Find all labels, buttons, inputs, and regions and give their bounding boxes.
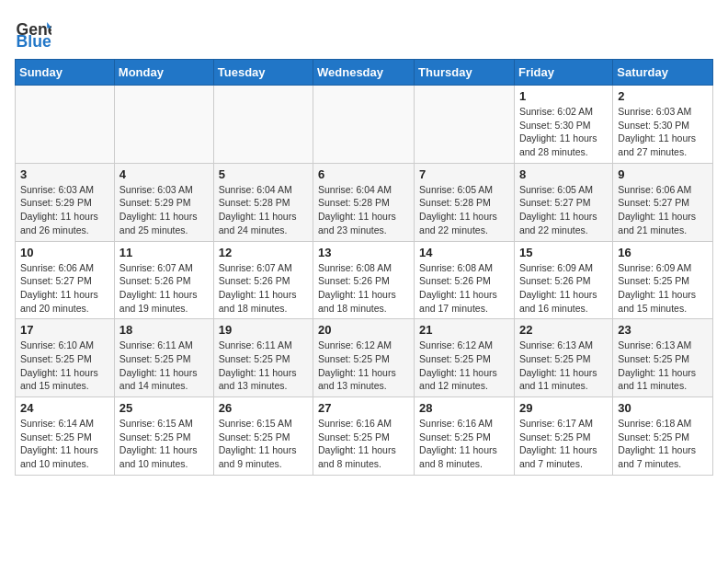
day-info: Sunrise: 6:02 AMSunset: 5:30 PMDaylight:… (519, 105, 608, 159)
calendar-cell: 4Sunrise: 6:03 AMSunset: 5:29 PMDaylight… (114, 163, 213, 241)
calendar-cell: 17Sunrise: 6:10 AMSunset: 5:25 PMDayligh… (16, 319, 115, 397)
calendar-week-1: 1Sunrise: 6:02 AMSunset: 5:30 PMDaylight… (16, 86, 713, 164)
day-info: Sunrise: 6:15 AMSunset: 5:25 PMDaylight:… (219, 417, 308, 471)
svg-text:Blue: Blue (17, 32, 51, 51)
calendar-cell: 30Sunrise: 6:18 AMSunset: 5:25 PMDayligh… (613, 397, 713, 476)
day-number: 2 (618, 89, 708, 103)
calendar-cell: 7Sunrise: 6:05 AMSunset: 5:28 PMDaylight… (415, 163, 515, 241)
calendar-week-4: 17Sunrise: 6:10 AMSunset: 5:25 PMDayligh… (16, 319, 713, 397)
calendar-cell: 19Sunrise: 6:11 AMSunset: 5:25 PMDayligh… (213, 319, 313, 397)
day-number: 5 (219, 167, 308, 181)
calendar-cell: 13Sunrise: 6:08 AMSunset: 5:26 PMDayligh… (313, 241, 415, 319)
day-number: 16 (618, 246, 708, 259)
day-info: Sunrise: 6:08 AMSunset: 5:26 PMDaylight:… (318, 261, 409, 316)
calendar-cell: 10Sunrise: 6:06 AMSunset: 5:27 PMDayligh… (16, 241, 115, 319)
calendar-cell: 14Sunrise: 6:08 AMSunset: 5:26 PMDayligh… (415, 241, 515, 319)
calendar-cell: 12Sunrise: 6:07 AMSunset: 5:26 PMDayligh… (213, 241, 313, 319)
calendar-cell: 18Sunrise: 6:11 AMSunset: 5:25 PMDayligh… (114, 319, 213, 397)
day-number: 8 (519, 167, 608, 181)
calendar-cell: 20Sunrise: 6:12 AMSunset: 5:25 PMDayligh… (313, 319, 415, 397)
calendar-cell: 28Sunrise: 6:16 AMSunset: 5:25 PMDayligh… (415, 397, 515, 476)
day-info: Sunrise: 6:10 AMSunset: 5:25 PMDaylight:… (20, 339, 109, 393)
weekday-header-friday: Friday (514, 60, 612, 86)
day-number: 6 (318, 167, 409, 181)
day-info: Sunrise: 6:13 AMSunset: 5:25 PMDaylight:… (618, 339, 708, 393)
day-info: Sunrise: 6:11 AMSunset: 5:25 PMDaylight:… (219, 339, 308, 393)
calendar-header: SundayMondayTuesdayWednesdayThursdayFrid… (16, 60, 713, 86)
day-info: Sunrise: 6:03 AMSunset: 5:30 PMDaylight:… (618, 105, 708, 159)
day-number: 17 (20, 323, 109, 337)
day-number: 21 (419, 323, 509, 337)
weekday-header-saturday: Saturday (613, 60, 713, 86)
calendar-week-3: 10Sunrise: 6:06 AMSunset: 5:27 PMDayligh… (16, 241, 713, 319)
calendar-cell: 23Sunrise: 6:13 AMSunset: 5:25 PMDayligh… (613, 319, 713, 397)
day-info: Sunrise: 6:08 AMSunset: 5:26 PMDaylight:… (419, 261, 509, 316)
day-info: Sunrise: 6:07 AMSunset: 5:26 PMDaylight:… (119, 261, 209, 316)
day-info: Sunrise: 6:09 AMSunset: 5:25 PMDaylight:… (618, 261, 708, 316)
calendar-cell: 3Sunrise: 6:03 AMSunset: 5:29 PMDaylight… (16, 163, 115, 241)
day-info: Sunrise: 6:05 AMSunset: 5:28 PMDaylight:… (419, 183, 509, 237)
calendar-cell: 15Sunrise: 6:09 AMSunset: 5:26 PMDayligh… (514, 241, 612, 319)
day-number: 25 (119, 401, 209, 415)
day-number: 22 (519, 323, 608, 337)
day-number: 30 (618, 401, 708, 415)
day-number: 18 (119, 323, 209, 337)
day-number: 4 (119, 167, 209, 181)
calendar-cell: 5Sunrise: 6:04 AMSunset: 5:28 PMDaylight… (213, 163, 313, 241)
day-number: 26 (219, 401, 308, 415)
weekday-header-monday: Monday (114, 60, 213, 86)
day-info: Sunrise: 6:13 AMSunset: 5:25 PMDaylight:… (519, 339, 608, 393)
calendar-cell (415, 86, 515, 164)
weekday-header-sunday: Sunday (16, 60, 115, 86)
day-number: 10 (20, 246, 109, 259)
calendar-cell: 21Sunrise: 6:12 AMSunset: 5:25 PMDayligh… (415, 319, 515, 397)
calendar-table: SundayMondayTuesdayWednesdayThursdayFrid… (15, 59, 713, 476)
calendar-cell: 22Sunrise: 6:13 AMSunset: 5:25 PMDayligh… (514, 319, 612, 397)
day-info: Sunrise: 6:04 AMSunset: 5:28 PMDaylight:… (318, 183, 409, 237)
day-number: 23 (618, 323, 708, 337)
day-info: Sunrise: 6:07 AMSunset: 5:26 PMDaylight:… (219, 261, 308, 316)
day-number: 1 (519, 89, 608, 103)
day-number: 12 (219, 246, 308, 259)
calendar-cell: 6Sunrise: 6:04 AMSunset: 5:28 PMDaylight… (313, 163, 415, 241)
day-info: Sunrise: 6:14 AMSunset: 5:25 PMDaylight:… (20, 417, 109, 471)
page-header: General Blue (15, 15, 713, 52)
day-number: 7 (419, 167, 509, 181)
day-info: Sunrise: 6:09 AMSunset: 5:26 PMDaylight:… (519, 261, 608, 316)
day-number: 29 (519, 401, 608, 415)
calendar-cell (213, 86, 313, 164)
calendar-cell: 16Sunrise: 6:09 AMSunset: 5:25 PMDayligh… (613, 241, 713, 319)
day-number: 15 (519, 246, 608, 259)
calendar-cell: 9Sunrise: 6:06 AMSunset: 5:27 PMDaylight… (613, 163, 713, 241)
logo-icon: General Blue (15, 15, 51, 52)
day-info: Sunrise: 6:18 AMSunset: 5:25 PMDaylight:… (618, 417, 708, 471)
day-info: Sunrise: 6:17 AMSunset: 5:25 PMDaylight:… (519, 417, 608, 471)
calendar-cell: 11Sunrise: 6:07 AMSunset: 5:26 PMDayligh… (114, 241, 213, 319)
calendar-cell (16, 86, 115, 164)
day-info: Sunrise: 6:12 AMSunset: 5:25 PMDaylight:… (318, 339, 409, 393)
day-info: Sunrise: 6:16 AMSunset: 5:25 PMDaylight:… (419, 417, 509, 471)
calendar-cell: 29Sunrise: 6:17 AMSunset: 5:25 PMDayligh… (514, 397, 612, 476)
calendar-cell: 27Sunrise: 6:16 AMSunset: 5:25 PMDayligh… (313, 397, 415, 476)
calendar-cell (114, 86, 213, 164)
day-number: 9 (618, 167, 708, 181)
day-info: Sunrise: 6:06 AMSunset: 5:27 PMDaylight:… (618, 183, 708, 237)
calendar-cell: 8Sunrise: 6:05 AMSunset: 5:27 PMDaylight… (514, 163, 612, 241)
day-info: Sunrise: 6:05 AMSunset: 5:27 PMDaylight:… (519, 183, 608, 237)
day-info: Sunrise: 6:12 AMSunset: 5:25 PMDaylight:… (419, 339, 509, 393)
weekday-header-thursday: Thursday (415, 60, 515, 86)
calendar-week-2: 3Sunrise: 6:03 AMSunset: 5:29 PMDaylight… (16, 163, 713, 241)
day-number: 27 (318, 401, 409, 415)
day-number: 19 (219, 323, 308, 337)
day-info: Sunrise: 6:04 AMSunset: 5:28 PMDaylight:… (219, 183, 308, 237)
day-number: 20 (318, 323, 409, 337)
day-info: Sunrise: 6:06 AMSunset: 5:27 PMDaylight:… (20, 261, 109, 316)
day-info: Sunrise: 6:03 AMSunset: 5:29 PMDaylight:… (119, 183, 209, 237)
calendar-cell: 26Sunrise: 6:15 AMSunset: 5:25 PMDayligh… (213, 397, 313, 476)
day-number: 28 (419, 401, 509, 415)
calendar-body: 1Sunrise: 6:02 AMSunset: 5:30 PMDaylight… (16, 86, 713, 476)
day-number: 24 (20, 401, 109, 415)
calendar-cell: 24Sunrise: 6:14 AMSunset: 5:25 PMDayligh… (16, 397, 115, 476)
logo: General Blue (15, 15, 55, 52)
day-number: 11 (119, 246, 209, 259)
